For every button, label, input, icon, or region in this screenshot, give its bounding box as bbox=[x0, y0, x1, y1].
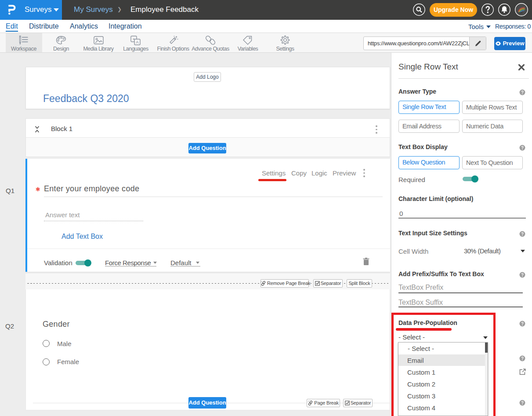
svg-text:A: A bbox=[136, 40, 139, 44]
